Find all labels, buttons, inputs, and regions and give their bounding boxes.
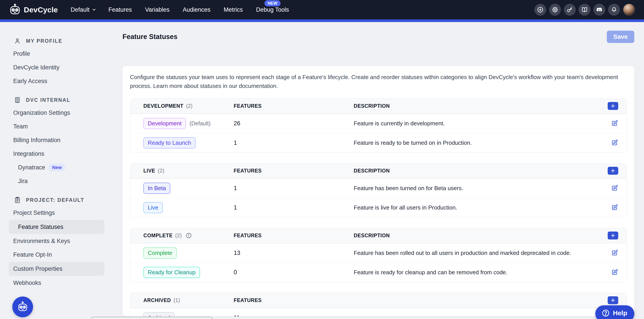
feature-count: 1 xyxy=(234,140,354,146)
sidebar-item-profile[interactable]: Profile xyxy=(0,47,113,60)
status-description: Feature is live for all users in Product… xyxy=(354,204,594,211)
add-status-button[interactable] xyxy=(608,232,618,240)
category-count: (2) xyxy=(158,168,164,174)
feature-count: 1 xyxy=(234,204,354,211)
sidebar-item-jira[interactable]: Jira xyxy=(0,174,113,188)
info-icon[interactable] xyxy=(186,232,192,239)
nav-item-metrics[interactable]: Metrics xyxy=(217,3,249,16)
user-avatar[interactable] xyxy=(623,4,635,16)
discord-button[interactable] xyxy=(593,4,605,16)
feature-statuses-card: Configure the statuses your team uses to… xyxy=(122,66,634,316)
sidebar-item-billing-information[interactable]: Billing Information xyxy=(0,134,113,147)
category-name: ARCHIVED xyxy=(144,298,171,303)
create-button[interactable] xyxy=(534,4,546,16)
status-row-development: Development(Default)26Feature is current… xyxy=(130,114,626,133)
table-header-row: DEVELOPMENT(2)FEATURESDESCRIPTION xyxy=(130,99,626,114)
sidebar-item-custom-properties[interactable]: Custom Properties xyxy=(9,262,104,276)
sidebar-section-dvc-internal: DVC INTERNAL xyxy=(0,94,113,106)
default-tag: (Default) xyxy=(190,120,210,127)
sidebar-section-my-profile: MY PROFILE xyxy=(0,35,113,47)
edit-status-button[interactable] xyxy=(611,268,618,276)
status-table-live: LIVE(2)FEATURESDESCRIPTIONIn Beta1Featur… xyxy=(130,163,627,218)
chevron-down-icon xyxy=(92,7,96,12)
status-description: Feature is ready to be turned on in Prod… xyxy=(354,140,594,146)
person-icon xyxy=(14,37,21,45)
edit-status-button[interactable] xyxy=(611,184,618,192)
edit-icon xyxy=(611,184,618,192)
logo-text: DevCycle xyxy=(24,6,58,14)
sidebar-item-label: Jira xyxy=(18,178,28,184)
chat-launcher-button[interactable] xyxy=(12,296,33,317)
devcycle-logo[interactable]: DevCycle xyxy=(9,4,58,16)
feature-count: 11 xyxy=(234,314,354,316)
sidebar-item-environments-keys[interactable]: Environments & Keys xyxy=(0,234,113,248)
features-column-header: FEATURES xyxy=(234,298,354,303)
help-button[interactable]: Help xyxy=(595,305,634,319)
edit-icon xyxy=(611,139,618,146)
sidebar-item-label: Organization Settings xyxy=(13,110,70,116)
nav-item-audiences[interactable]: Audiences xyxy=(176,3,217,16)
category-header: LIVE(2) xyxy=(144,168,234,174)
sidebar-section-title: DVC INTERNAL xyxy=(26,97,70,103)
add-status-button[interactable] xyxy=(608,296,618,304)
status-badge: Live xyxy=(144,202,163,213)
add-status-button[interactable] xyxy=(608,167,618,175)
status-badge: Development xyxy=(144,118,186,129)
sidebar-item-feature-statuses[interactable]: Feature Statuses xyxy=(9,220,104,234)
edit-status-button[interactable] xyxy=(611,204,618,212)
add-status-button[interactable] xyxy=(608,102,618,110)
page-header: Feature Statuses Save xyxy=(122,30,634,43)
edit-status-button[interactable] xyxy=(611,120,618,127)
settings-button[interactable] xyxy=(549,4,561,16)
help-button-label: Help xyxy=(613,309,627,317)
edit-icon xyxy=(611,120,618,127)
sidebar-item-devcycle-identity[interactable]: DevCycle Identity xyxy=(0,61,113,74)
docs-button[interactable] xyxy=(578,4,590,16)
notifications-button[interactable] xyxy=(608,4,620,16)
plus-icon xyxy=(610,168,616,174)
edit-status-button[interactable] xyxy=(611,249,618,257)
status-row-complete: Complete13Feature has been rolled out to… xyxy=(130,243,626,262)
sidebar-item-label: Custom Properties xyxy=(13,266,62,272)
save-button[interactable]: Save xyxy=(607,30,634,43)
sidebar-item-team[interactable]: Team xyxy=(0,120,113,133)
nav-item-label: Debug Tools xyxy=(256,6,289,13)
plus-icon xyxy=(610,103,616,108)
settings-sidebar: MY PROFILEProfileDevCycle IdentityEarly … xyxy=(0,22,113,319)
org-dropdown[interactable]: Default xyxy=(71,6,97,13)
sidebar-item-label: DevCycle Identity xyxy=(13,64,60,71)
edit-icon xyxy=(611,249,618,256)
edit-icon xyxy=(611,268,618,276)
sidebar-item-webhooks[interactable]: Webhooks xyxy=(0,276,113,290)
edit-status-button[interactable] xyxy=(611,139,618,147)
category-count: (1) xyxy=(174,298,180,303)
sidebar-item-dynatrace[interactable]: DynatraceNew xyxy=(0,161,113,174)
nav-item-label: Variables xyxy=(145,6,170,13)
status-row-live: Live1Feature is live for all users in Pr… xyxy=(130,198,626,217)
nav-item-variables[interactable]: Variables xyxy=(138,3,176,16)
sidebar-item-organization-settings[interactable]: Organization Settings xyxy=(0,106,113,120)
plus-icon xyxy=(610,233,616,238)
sidebar-item-label: Webhooks xyxy=(13,280,41,286)
status-table-archived: ARCHIVED(1)FEATURESArchived11 xyxy=(130,293,627,316)
edit-icon xyxy=(611,204,618,211)
api-keys-button[interactable] xyxy=(564,4,576,16)
nav-item-features[interactable]: Features xyxy=(102,3,138,16)
sidebar-item-integrations[interactable]: Integrations xyxy=(0,147,113,160)
category-header: DEVELOPMENT(2) xyxy=(144,103,234,109)
sidebar-item-feature-opt-in[interactable]: Feature Opt-In xyxy=(0,248,113,261)
description-column-header: DESCRIPTION xyxy=(354,233,594,238)
sidebar-item-project-settings[interactable]: Project Settings xyxy=(0,206,113,220)
description-column-header: DESCRIPTION xyxy=(354,168,594,174)
devcycle-robot-icon xyxy=(17,301,28,312)
status-row-archived: Archived11 xyxy=(130,308,626,316)
status-table-complete: COMPLETE(2)FEATURESDESCRIPTIONComplete13… xyxy=(130,228,627,282)
category-count: (2) xyxy=(175,233,182,238)
table-header-row: LIVE(2)FEATURESDESCRIPTION xyxy=(130,164,626,178)
category-name: COMPLETE xyxy=(144,233,173,238)
table-header-row: ARCHIVED(1)FEATURES xyxy=(130,293,626,308)
nav-item-debug-tools[interactable]: Debug ToolsNEW xyxy=(249,3,296,16)
category-count: (2) xyxy=(186,103,193,109)
sidebar-item-label: Early Access xyxy=(13,78,47,84)
sidebar-item-early-access[interactable]: Early Access xyxy=(0,74,113,88)
